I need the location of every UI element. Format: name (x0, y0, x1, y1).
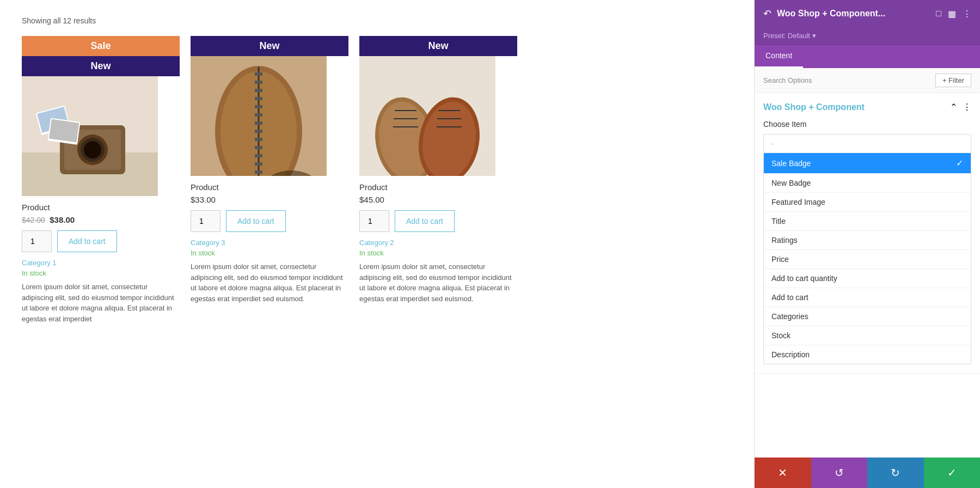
sale-badge-label: Sale Badge (771, 159, 811, 168)
dropdown-item-add-to-cart[interactable]: Add to cart (764, 288, 971, 307)
svg-rect-15 (255, 72, 262, 76)
description-3: Lorem ipsum dolor sit amet, consectetur … (359, 261, 517, 304)
dropdown-item-price[interactable]: Price (764, 250, 971, 269)
dropdown-item-ratings[interactable]: Ratings (764, 231, 971, 250)
component-title: Woo Shop + Component (763, 102, 865, 112)
dropdown-item-featured-image[interactable]: Featured Image (764, 193, 971, 212)
price-label: Price (771, 255, 789, 264)
qty-input-2[interactable] (191, 210, 220, 232)
svg-rect-26 (255, 162, 262, 166)
filter-button[interactable]: + Filter (935, 74, 971, 87)
dropdown-item-stock[interactable]: Stock (764, 326, 971, 345)
svg-rect-19 (255, 105, 262, 108)
component-header: Woo Shop + Component ⌃ ⋮ (763, 102, 971, 112)
products-grid: Sale New (22, 36, 732, 324)
dropdown-item-sale-badge[interactable]: Sale Badge ✓ (764, 153, 971, 174)
columns-icon[interactable]: ▦ (948, 9, 956, 19)
category-link-2[interactable]: Category 3 (191, 239, 348, 247)
categories-label: Categories (771, 312, 808, 321)
qty-input-1[interactable] (22, 230, 52, 252)
reset-icon: ↺ (835, 466, 844, 479)
svg-rect-22 (255, 130, 262, 133)
stock-3: In stock (359, 249, 517, 257)
bottom-action-bar: ✕ ↺ ↻ ✓ (755, 457, 980, 488)
dropdown-container: - Sale Badge ✓ New Badge Featured Image … (763, 134, 971, 364)
add-to-cart-row-3: Add to cart (359, 210, 517, 232)
selected-checkmark: ✓ (956, 158, 963, 168)
price-normal-2: $33.00 (191, 195, 216, 204)
dropdown-item-add-to-cart-qty[interactable]: Add to cart quantity (764, 269, 971, 288)
dropdown-placeholder[interactable]: - (764, 135, 971, 153)
product-card-2: New (191, 36, 348, 324)
add-to-cart-row-1: Add to cart (22, 230, 180, 252)
featured-image-label: Featured Image (771, 198, 825, 206)
title-label: Title (771, 217, 786, 225)
scroll-area: Search Options + Filter Woo Shop + Compo… (755, 68, 980, 488)
main-content: Showing all 12 results Sale New (0, 0, 754, 488)
add-to-cart-btn-1[interactable]: Add to cart (57, 230, 117, 252)
panel-header: ↶ Woo Shop + Component... □ ▦ ⋮ (755, 0, 980, 27)
cancel-button[interactable]: ✕ (755, 457, 811, 488)
component-header-icons: ⌃ ⋮ (950, 102, 971, 112)
confirm-icon: ✓ (947, 466, 957, 479)
dropdown-item-categories[interactable]: Categories (764, 307, 971, 326)
description-label: Description (771, 350, 810, 359)
product-image-1 (22, 76, 158, 196)
ratings-label: Ratings (771, 236, 797, 245)
add-to-cart-btn-2[interactable]: Add to cart (226, 210, 286, 232)
placeholder-text: - (771, 139, 774, 148)
add-to-cart-label: Add to cart (771, 293, 808, 302)
product-card-1: Sale New (22, 36, 180, 324)
svg-rect-21 (255, 121, 262, 125)
more-options-icon[interactable]: ⋮ (963, 9, 971, 19)
new-badge-label: New Badge (771, 179, 811, 187)
price-container-3: $45.00 (359, 195, 517, 205)
product-name-3: Product (359, 182, 517, 192)
component-more-icon[interactable]: ⋮ (963, 102, 971, 112)
search-options-label: Search Options (763, 76, 812, 84)
dropdown-item-title[interactable]: Title (764, 212, 971, 231)
stock-label: Stock (771, 331, 791, 340)
description-2: Lorem ipsum dolor sit amet, consectetur … (191, 261, 348, 304)
stock-2: In stock (191, 249, 348, 257)
svg-rect-20 (255, 113, 262, 117)
collapse-icon[interactable]: ⌃ (950, 102, 957, 112)
cancel-icon: ✕ (778, 466, 787, 479)
panel-header-left: ↶ Woo Shop + Component... (763, 8, 885, 20)
redo-button[interactable]: ↻ (867, 457, 924, 488)
dropdown-item-new-badge[interactable]: New Badge (764, 174, 971, 193)
reset-button[interactable]: ↺ (811, 457, 868, 488)
add-to-cart-btn-3[interactable]: Add to cart (395, 210, 455, 232)
confirm-button[interactable]: ✓ (924, 457, 981, 488)
back-icon[interactable]: ↶ (763, 8, 771, 20)
side-panel: ↶ Woo Shop + Component... □ ▦ ⋮ Preset: … (754, 0, 980, 488)
panel-preset: Preset: Default ▾ (755, 27, 980, 45)
product-name-2: Product (191, 182, 348, 192)
preset-dropdown-icon[interactable]: ▾ (812, 32, 816, 40)
stock-1: In stock (22, 269, 180, 277)
svg-point-6 (84, 141, 101, 158)
new-badge-1: New (22, 56, 180, 76)
panel-header-right: □ ▦ ⋮ (936, 9, 971, 19)
preset-label[interactable]: Preset: Default (763, 32, 810, 40)
panel-tabs: Content (755, 45, 980, 68)
description-1: Lorem ipsum dolor sit amet, consectetur … (22, 282, 180, 324)
svg-rect-24 (255, 146, 262, 149)
tab-content[interactable]: Content (755, 45, 803, 68)
component-section: Woo Shop + Component ⌃ ⋮ Choose Item - S… (755, 93, 980, 374)
fullscreen-icon[interactable]: □ (936, 9, 941, 19)
category-link-1[interactable]: Category 1 (22, 259, 180, 267)
product-name-1: Product (22, 203, 180, 212)
dropdown-item-description[interactable]: Description (764, 345, 971, 364)
svg-rect-18 (255, 97, 262, 100)
svg-rect-27 (255, 170, 262, 174)
qty-input-3[interactable] (359, 210, 389, 232)
category-link-3[interactable]: Category 2 (359, 239, 517, 247)
price-container-1: $42.00 $38.00 (22, 215, 180, 225)
redo-icon: ↻ (891, 466, 900, 479)
panel-title: Woo Shop + Component... (777, 9, 885, 19)
svg-rect-17 (255, 89, 262, 92)
search-options-bar: Search Options + Filter (755, 68, 980, 93)
price-sale-1: $38.00 (50, 215, 75, 224)
svg-rect-23 (255, 138, 262, 141)
